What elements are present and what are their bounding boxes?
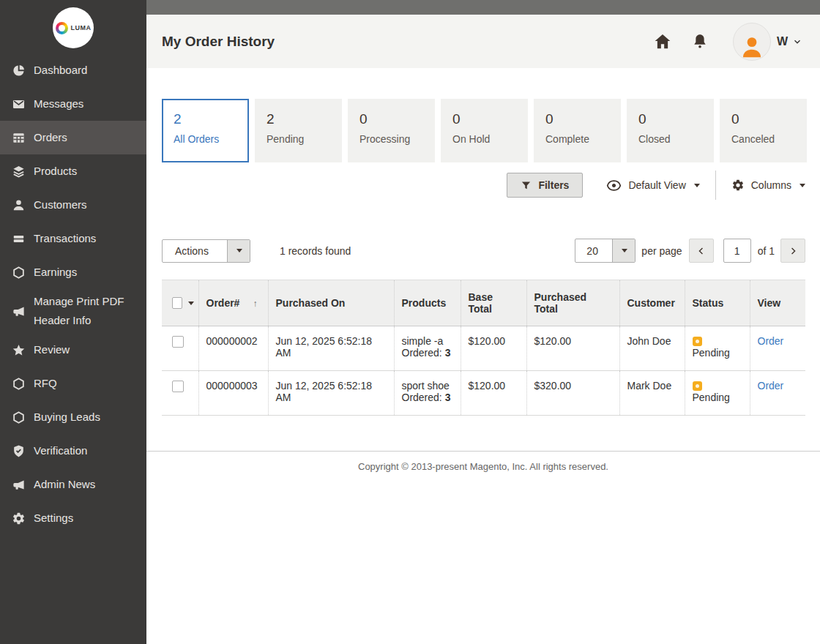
table-row: 000000002 Jun 12, 2025 6:52:18 AM simple… [162, 326, 805, 371]
sidebar-item-label: Review [34, 340, 70, 359]
column-header-order[interactable]: Order#↑ [198, 280, 268, 326]
records-found-text: 1 records found [280, 245, 351, 257]
cell-status: Pending [685, 326, 750, 371]
card-count: 2 [266, 111, 335, 127]
home-icon[interactable] [653, 32, 672, 51]
cell-base-total: $120.00 [461, 326, 526, 371]
select-all-checkbox[interactable] [172, 297, 182, 309]
funnel-icon [521, 180, 532, 191]
card-count: 0 [359, 111, 428, 127]
sort-ascending-icon: ↑ [253, 299, 257, 309]
status-card-closed[interactable]: 0 Closed [627, 99, 714, 162]
toolbar-divider [715, 171, 716, 200]
chevron-down-icon[interactable] [227, 240, 250, 262]
notifications-bell-icon[interactable] [690, 32, 709, 51]
view-order-link[interactable]: Order [758, 380, 784, 392]
status-card-processing[interactable]: 0 Processing [348, 99, 435, 162]
sidebar-item-review[interactable]: Review [0, 333, 146, 367]
current-page-input[interactable] [723, 239, 751, 263]
sidebar-item-settings[interactable]: Settings [0, 501, 146, 535]
column-header-purchased-on[interactable]: Purchased On [268, 280, 394, 326]
cell-base-total: $120.00 [461, 371, 526, 416]
chevron-right-icon [788, 246, 798, 256]
sidebar-item-label: Transactions [34, 229, 96, 248]
shield-check-icon [11, 443, 26, 458]
sidebar-item-label: Earnings [34, 263, 77, 282]
sidebar-item-messages[interactable]: Messages [0, 87, 146, 121]
page-title: My Order History [162, 34, 275, 50]
column-header-status[interactable]: Status [685, 280, 750, 326]
avatar[interactable] [733, 23, 771, 61]
column-header-purchased-total[interactable]: Purchased Total [526, 280, 619, 326]
filters-label: Filters [538, 179, 569, 191]
sidebar-item-customers[interactable]: Customers [0, 188, 146, 222]
sidebar-item-label: Buying Leads [34, 408, 100, 427]
cell-order-number: 000000002 [198, 326, 268, 371]
gear-icon [11, 511, 26, 525]
sidebar-item-manage-print-pdf[interactable]: Manage Print PDF Header Info [0, 289, 146, 333]
cell-products: sport shoe Ordered: 3 [394, 371, 461, 416]
chevron-down-icon[interactable] [612, 239, 635, 262]
cell-order-number: 000000003 [198, 371, 268, 416]
view-dropdown[interactable]: Default View [606, 179, 699, 191]
card-count: 2 [174, 111, 240, 127]
row-checkbox[interactable] [172, 336, 184, 348]
eye-icon [606, 180, 622, 191]
card-label: Canceled [731, 133, 800, 145]
sidebar-item-label: Products [34, 162, 77, 181]
grid-controls: Actions 1 records found 20 per page of 1 [162, 239, 805, 263]
column-header-products[interactable]: Products [394, 280, 461, 326]
status-card-pending[interactable]: 2 Pending [255, 99, 342, 162]
sidebar-item-label: Settings [34, 509, 73, 528]
gear-icon [731, 179, 745, 192]
actions-select[interactable]: Actions [162, 239, 250, 263]
pagination: 20 per page of 1 [575, 239, 805, 263]
sidebar-item-products[interactable]: Products [0, 154, 146, 188]
columns-label: Columns [751, 179, 791, 191]
sidebar-item-transactions[interactable]: Transactions [0, 222, 146, 255]
luma-logo-icon [56, 22, 68, 34]
column-header-base-total[interactable]: Base Total [461, 280, 526, 326]
pending-status-icon [693, 337, 702, 346]
previous-page-button[interactable] [689, 239, 714, 263]
status-card-on-hold[interactable]: 0 On Hold [441, 99, 528, 162]
top-strip [146, 0, 820, 15]
columns-dropdown[interactable]: Columns [731, 179, 805, 192]
column-header-view[interactable]: View [750, 280, 805, 326]
sidebar-item-dashboard[interactable]: Dashboard [0, 53, 146, 87]
select-all-control[interactable] [172, 297, 194, 309]
status-card-all-orders[interactable]: 2 All Orders [162, 99, 249, 162]
view-order-link[interactable]: Order [758, 335, 784, 347]
grid-toolbar: Filters Default View Columns [162, 171, 805, 200]
sidebar-nav: Dashboard Messages Orders Products Custo [0, 53, 146, 535]
sidebar-item-label: Manage Print PDF Header Info [34, 292, 139, 330]
star-icon [11, 342, 26, 357]
sidebar-item-earnings[interactable]: Earnings [0, 255, 146, 289]
page-header: My Order History W [146, 15, 820, 68]
chevron-down-icon[interactable] [792, 37, 802, 47]
filters-button[interactable]: Filters [507, 173, 583, 198]
cell-status: Pending [685, 371, 750, 416]
status-card-canceled[interactable]: 0 Canceled [720, 99, 807, 162]
sidebar-item-verification[interactable]: Verification [0, 434, 146, 468]
column-header-customer[interactable]: Customer [619, 280, 685, 326]
chevron-down-icon [800, 184, 805, 187]
status-card-complete[interactable]: 0 Complete [534, 99, 621, 162]
per-page-select[interactable]: 20 [575, 239, 636, 263]
next-page-button[interactable] [780, 239, 805, 263]
earnings-icon [11, 265, 26, 280]
sidebar-item-rfq[interactable]: RFQ [0, 367, 146, 400]
order-status-cards: 2 All Orders 2 Pending 0 Processing 0 On… [162, 99, 820, 162]
megaphone-icon [11, 304, 26, 318]
main-area: My Order History W 2 All Orders 2 Pendin… [146, 0, 820, 644]
row-checkbox[interactable] [172, 381, 184, 392]
view-label: Default View [628, 179, 685, 191]
sidebar-item-buying-leads[interactable]: Buying Leads [0, 400, 146, 434]
content-footer: Copyright © 2013-present Magento, Inc. A… [146, 451, 820, 472]
sidebar-item-orders[interactable]: Orders [0, 121, 146, 154]
chevron-down-icon [188, 302, 194, 305]
cell-view: Order [750, 371, 805, 416]
sidebar-item-admin-news[interactable]: Admin News [0, 468, 146, 501]
card-count: 0 [452, 111, 521, 127]
luma-logo[interactable]: LUMA [53, 7, 94, 48]
